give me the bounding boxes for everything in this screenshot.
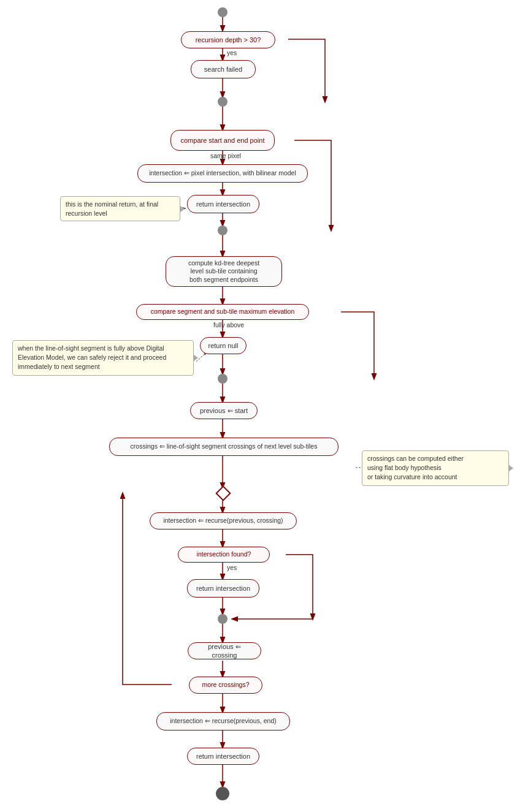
action-return-intersection-3: return intersection	[187, 748, 259, 765]
note-line-of-sight: when the line-of-sight segment is fully …	[12, 340, 194, 376]
end-circle	[216, 787, 229, 800]
merge-circle-1	[218, 97, 228, 107]
decision-compare: compare start and end point	[170, 130, 275, 151]
note-crossings: crossings can be computed either using f…	[362, 450, 509, 486]
decision-intersection-found: intersection found?	[178, 547, 270, 563]
merge-circle-2	[218, 226, 228, 235]
action-previous-crossing: previous ⇐ crossing	[188, 642, 261, 659]
merge-circle-4	[218, 614, 228, 624]
action-recurse: intersection ⇐ recurse(previous, crossin…	[150, 512, 297, 529]
label-fully-above: fully above	[213, 321, 244, 328]
decision-more-crossings: more crossings?	[189, 677, 262, 694]
action-search-failed: search failed	[191, 60, 256, 78]
action-recurse-end: intersection ⇐ recurse(previous, end)	[156, 712, 290, 730]
action-intersection-bilinear: intersection ⇐ pixel intersection, with …	[137, 164, 308, 183]
decision-recursion: recursion depth > 30?	[181, 31, 275, 48]
action-return-intersection-2: return intersection	[187, 579, 259, 598]
decision-compare-elev: compare segment and sub-tile maximum ele…	[136, 304, 309, 320]
note-nominal: this is the nominal return, at final rec…	[60, 196, 180, 221]
start-circle	[218, 7, 228, 17]
label-yes-recursion: yes	[227, 49, 237, 56]
label-same-pixel: same pixel	[210, 152, 241, 159]
action-compute-kd: compute kd-tree deepest level sub-tile c…	[166, 256, 282, 287]
action-previous-start: previous ⇐ start	[190, 402, 258, 419]
diamond-loop	[218, 488, 229, 499]
diagram-container: recursion depth > 30? yes search failed …	[0, 0, 520, 812]
action-return-intersection-1: return intersection	[187, 195, 259, 213]
merge-circle-3	[218, 374, 228, 384]
label-yes-intersection: yes	[227, 564, 237, 571]
action-crossings: crossings ⇐ line-of-sight segment crossi…	[109, 438, 338, 456]
action-return-null: return null	[200, 337, 247, 354]
